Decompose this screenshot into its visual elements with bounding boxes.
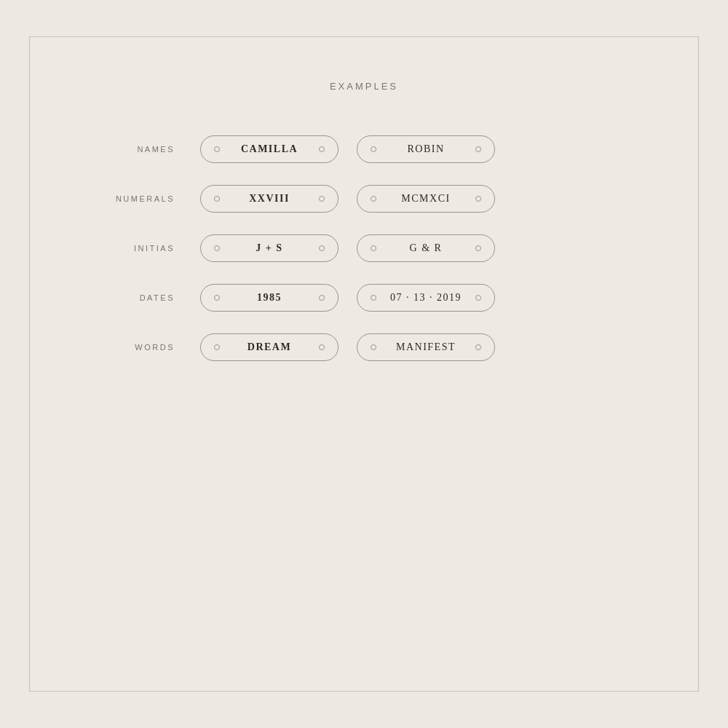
tag-dot-right [475,295,481,301]
tag-words-0: DREAM [200,333,339,361]
example-row-numerals: NUMERALSXXVIIIMCMXCI [91,185,637,213]
tag-dot-right [475,245,481,251]
row-label-dates: DATES [91,293,200,302]
tag-text-initias-0: J + S [220,242,319,254]
tag-text-names-0: CAMILLA [220,143,319,155]
tag-dot-left [371,146,376,152]
tag-dot-right [319,344,325,350]
tag-initias-1: G & R [357,234,495,262]
tag-dot-left [371,196,376,202]
tag-text-names-1: ROBIN [376,143,475,155]
tags-container-names: CAMILLAROBIN [200,135,637,163]
tag-text-numerals-1: MCMXCI [376,193,475,205]
tag-initias-0: J + S [200,234,339,262]
tag-dot-left [214,146,220,152]
examples-grid: NAMESCAMILLAROBINNUMERALSXXVIIIMCMXCIINI… [59,135,669,361]
tag-dot-left [371,295,376,301]
row-label-words: WORDS [91,343,200,352]
tag-dot-right [475,196,481,202]
example-row-words: WORDSDREAMMANIFEST [91,333,637,361]
tag-dates-1: 07 · 13 · 2019 [357,284,495,312]
tags-container-initias: J + SG & R [200,234,637,262]
tag-dot-right [319,245,325,251]
tag-numerals-0: XXVIII [200,185,339,213]
row-label-names: NAMES [91,145,200,154]
tags-container-numerals: XXVIIIMCMXCI [200,185,637,213]
main-container: EXAMPLES NAMESCAMILLAROBINNUMERALSXXVIII… [29,36,699,692]
tag-text-dates-0: 1985 [220,292,319,304]
tag-text-initias-1: G & R [376,242,475,254]
tag-dot-right [475,146,481,152]
example-row-dates: DATES198507 · 13 · 2019 [91,284,637,312]
tag-dot-left [371,245,376,251]
example-row-initias: INITIASJ + SG & R [91,234,637,262]
tag-text-numerals-0: XXVIII [220,193,319,205]
tag-text-dates-1: 07 · 13 · 2019 [376,292,475,304]
tag-dot-left [214,295,220,301]
tag-words-1: MANIFEST [357,333,495,361]
tag-dot-right [319,146,325,152]
tag-names-0: CAMILLA [200,135,339,163]
row-label-numerals: NUMERALS [91,194,200,203]
tag-dot-right [475,344,481,350]
tags-container-words: DREAMMANIFEST [200,333,637,361]
tag-names-1: ROBIN [357,135,495,163]
tag-dot-right [319,196,325,202]
tag-dot-left [214,344,220,350]
tag-dot-left [214,196,220,202]
tag-text-words-0: DREAM [220,341,319,353]
tag-numerals-1: MCMXCI [357,185,495,213]
row-label-initias: INITIAS [91,244,200,253]
tag-text-words-1: MANIFEST [376,341,475,353]
tag-dot-right [319,295,325,301]
tag-dates-0: 1985 [200,284,339,312]
example-row-names: NAMESCAMILLAROBIN [91,135,637,163]
tag-dot-left [214,245,220,251]
section-title: EXAMPLES [330,81,398,92]
tag-dot-left [371,344,376,350]
tags-container-dates: 198507 · 13 · 2019 [200,284,637,312]
